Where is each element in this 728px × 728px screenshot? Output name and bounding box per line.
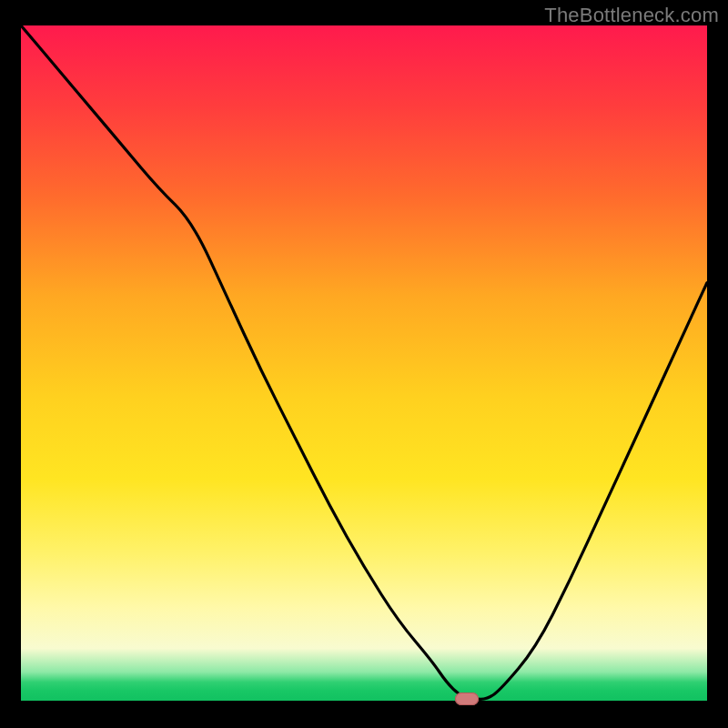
watermark-text: TheBottleneck.com: [544, 4, 719, 27]
bottleneck-curve: [21, 25, 707, 699]
chart-frame: TheBottleneck.com: [0, 0, 728, 728]
optimum-marker: [455, 693, 479, 705]
curve-svg: [21, 25, 707, 703]
plot-area: [21, 25, 707, 703]
